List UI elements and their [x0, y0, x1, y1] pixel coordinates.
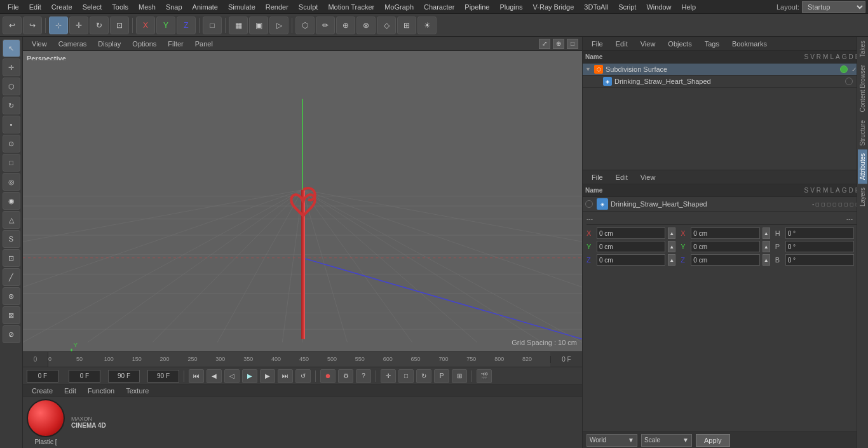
move-tool-button[interactable]: ✛ [69, 17, 88, 34]
menu-item-edit[interactable]: Edit [24, 2, 46, 12]
menu-item-render[interactable]: Render [261, 2, 294, 12]
layout-dropdown[interactable]: Startup [802, 1, 865, 13]
menu-item-create[interactable]: Create [46, 2, 78, 12]
mat-menu-edit[interactable]: Edit [59, 386, 81, 396]
menu-item-3dtoall[interactable]: 3DToAll [579, 2, 613, 12]
obj-visibility-dot[interactable] [840, 65, 848, 73]
menu-item-select[interactable]: Select [78, 2, 107, 12]
step-frame-input[interactable] [147, 370, 179, 383]
tool-loop-sel[interactable]: ◎ [3, 173, 20, 191]
obj-menu-tags[interactable]: Tags [700, 39, 724, 49]
spline-button[interactable]: ✏ [316, 17, 335, 34]
coord-xr-val[interactable]: 0 cm [691, 227, 759, 239]
coord-yr-val[interactable]: 0 cm [691, 241, 759, 252]
menu-item-v-ray-bridge[interactable]: V-Ray Bridge [528, 2, 580, 12]
coord-btn[interactable]: □ [398, 369, 414, 383]
end-frame-input[interactable] [108, 370, 140, 383]
start-frame-input[interactable] [69, 370, 100, 383]
scene-button[interactable]: ◇ [377, 17, 396, 34]
tool-inner[interactable]: ⊡ [3, 249, 20, 267]
menu-item-snap[interactable]: Snap [161, 2, 187, 12]
coord-yr-arrow[interactable]: ▲ [763, 241, 770, 252]
menu-item-mograph[interactable]: MoGraph [379, 2, 419, 12]
timeline-ruler[interactable]: 0501001502002503003504004505005506006507… [48, 352, 550, 367]
viewport-menu-display[interactable]: Display [93, 39, 126, 49]
mat-menu-function[interactable]: Function [83, 386, 119, 396]
3d-view-button[interactable]: ⬡ [295, 17, 315, 34]
record-btn[interactable]: ⏺ [320, 369, 336, 383]
menu-item-tools[interactable]: Tools [107, 2, 133, 12]
menu-item-pipeline[interactable]: Pipeline [459, 2, 494, 12]
coord-p-val[interactable]: 0 ° [785, 241, 854, 252]
menu-item-sculpt[interactable]: Sculpt [294, 2, 323, 12]
obj-row-straw[interactable]: ◈ Drinking_Straw_Heart_Shaped [583, 76, 868, 88]
tab-takes[interactable]: Takes [858, 37, 867, 61]
tool-poly-pen[interactable]: △ [3, 211, 20, 229]
obj-row-subdivision[interactable]: ▼ ⬡ Subdivision Surface ✓ ✓ [583, 64, 868, 76]
mat-panel-view[interactable]: View [635, 172, 661, 182]
tab-structure[interactable]: Structure [858, 116, 867, 150]
tab-layers[interactable]: Layers [858, 184, 867, 210]
mat-menu-create[interactable]: Create [27, 386, 58, 396]
anim-mode-btn[interactable]: 🎬 [477, 369, 492, 383]
tool-brush[interactable]: ⊛ [3, 287, 20, 305]
step-fwd-button[interactable]: ▶ [260, 369, 275, 383]
coord-b-val[interactable]: 0 ° [785, 254, 854, 266]
menu-item-plugins[interactable]: Plugins [494, 2, 527, 12]
axis-x-button[interactable]: X [136, 17, 155, 34]
viewport-menu-options[interactable]: Options [127, 39, 161, 49]
help-btn[interactable]: ? [356, 369, 371, 383]
menu-item-mesh[interactable]: Mesh [133, 2, 161, 12]
axis-y-button[interactable]: Y [156, 17, 175, 34]
coord-z-arrow[interactable]: ▲ [668, 254, 675, 266]
go-start-button[interactable]: ⏮ [189, 369, 204, 383]
step-back-button[interactable]: ◀ [207, 369, 222, 383]
coord-h-val[interactable]: 0 ° [785, 227, 854, 239]
cam-button[interactable]: ⊞ [397, 17, 416, 34]
pivot2-btn[interactable]: P [434, 369, 449, 383]
menu-item-character[interactable]: Character [419, 2, 459, 12]
auto-key-btn[interactable]: ⚙ [338, 369, 353, 383]
coord-zr-val[interactable]: 0 cm [691, 254, 759, 266]
tool-ring-sel[interactable]: ◉ [3, 192, 20, 210]
coord-z-val[interactable]: 0 cm [597, 254, 665, 266]
grid-btn[interactable]: ⊞ [452, 369, 467, 383]
viewport-expand-btn[interactable]: ⤢ [539, 39, 550, 49]
apply-button[interactable]: Apply [696, 434, 730, 447]
scale-dropdown[interactable]: Scale ▼ [641, 434, 692, 447]
menu-item-simulate[interactable]: Simulate [223, 2, 261, 12]
select-tool-button[interactable]: ⊹ [49, 17, 68, 34]
tool-move[interactable]: ✛ [3, 58, 20, 76]
coord-xr-arrow[interactable]: ▲ [763, 227, 770, 239]
play-back-button[interactable]: ◁ [224, 369, 240, 383]
tool-select[interactable]: ↖ [3, 39, 20, 57]
menu-item-help[interactable]: Help [677, 2, 702, 12]
obj-menu-edit[interactable]: Edit [611, 39, 633, 49]
obj-menu-file[interactable]: File [587, 39, 608, 49]
tool-live-sel[interactable]: ⊙ [3, 135, 20, 153]
tool-point[interactable]: • [3, 116, 20, 133]
obj-menu-view[interactable]: View [635, 39, 661, 49]
mat-panel-edit[interactable]: Edit [611, 172, 633, 182]
deform-button[interactable]: ⊗ [356, 17, 376, 34]
menu-item-animate[interactable]: Animate [187, 2, 223, 12]
coord-y-arrow[interactable]: ▲ [668, 241, 675, 252]
viewport-menu-cameras[interactable]: Cameras [53, 39, 92, 49]
tool-line-cut[interactable]: ╱ [3, 268, 20, 286]
tool-extrude[interactable]: S [3, 230, 20, 248]
obj-straw-vis[interactable] [845, 78, 853, 85]
redo-button[interactable]: ↪ [23, 17, 42, 34]
play-button[interactable]: ▶ [242, 369, 257, 383]
tool-extra[interactable]: ⊘ [3, 325, 20, 343]
axis-z-button[interactable]: Z [177, 17, 196, 34]
render-view-button[interactable]: ▣ [249, 17, 268, 34]
obj-expand-btn[interactable]: ▼ [585, 66, 592, 72]
material-item[interactable]: Plastic [ [27, 399, 65, 445]
menu-item-file[interactable]: File [3, 2, 24, 12]
mat-vis-dot[interactable] [585, 200, 593, 208]
tab-attributes[interactable]: Attributes [858, 149, 867, 184]
viewport-max-btn[interactable]: □ [567, 39, 578, 49]
tool-polygon[interactable]: ⬡ [3, 78, 20, 95]
mat-menu-texture[interactable]: Texture [121, 386, 154, 396]
mat-row-straw[interactable]: ◈ Drinking_Straw_Heart_Shaped •◻◻◻◻◻◻◻◻◻ [583, 197, 868, 212]
